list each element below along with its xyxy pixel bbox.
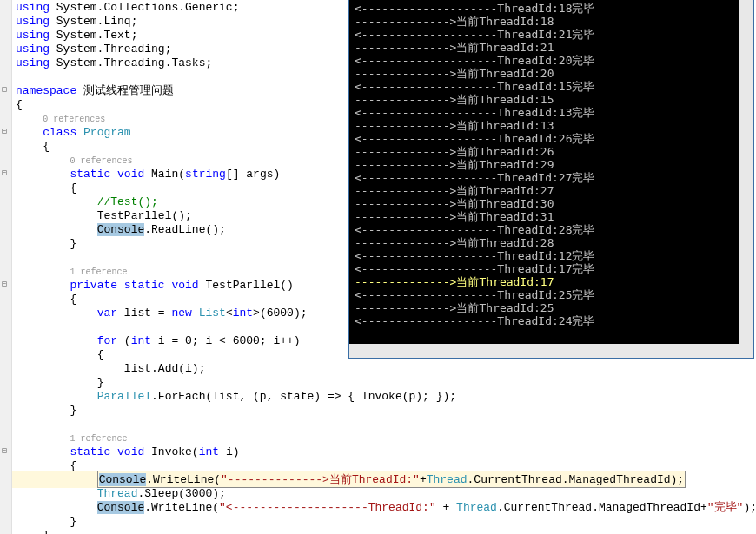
fold-gutter: [0, 181, 12, 194]
code-line[interactable]: 1 reference: [0, 431, 756, 445]
token-pln: i = 0; i < 6000; i++): [151, 334, 301, 347]
code-line[interactable]: }: [0, 375, 756, 389]
token-sel: Console: [97, 501, 145, 514]
token-pln: .Sleep(3000);: [137, 487, 225, 500]
token-kw: string: [185, 168, 226, 181]
code-line[interactable]: Console.WriteLine("<--------------------…: [0, 500, 756, 514]
console-line: -------------->当前ThreadId:31: [355, 210, 747, 223]
console-line: -------------->当前ThreadId:15: [355, 93, 747, 106]
code-text: using System.Threading;: [12, 43, 171, 56]
code-text: 0 references: [12, 154, 132, 167]
console-scrollbar-h[interactable]: [349, 344, 753, 358]
token-pln: Invoke(: [144, 445, 198, 458]
token-kw: using: [16, 15, 50, 28]
token-pln: 测试线程管理问题: [76, 84, 174, 97]
code-text: Thread.Sleep(3000);: [12, 487, 226, 500]
token-ref: 1 reference: [70, 267, 127, 277]
code-text: class Program: [12, 126, 131, 139]
token-pln: .WriteLine(: [144, 501, 219, 514]
token-pln: Main(: [144, 168, 185, 181]
token-kw: namespace: [16, 84, 76, 97]
token-pln: [117, 279, 124, 292]
token-pln: .ForEach(list, (p, state) => { Invoke(p)…: [151, 390, 456, 403]
token-pln: {: [43, 140, 50, 153]
code-text: {: [12, 293, 76, 306]
fold-gutter: [0, 139, 12, 153]
token-kw: using: [16, 56, 50, 69]
code-line[interactable]: Console.WriteLine("-------------->当前Thre…: [0, 472, 756, 486]
code-text: using System.Threading.Tasks;: [12, 56, 212, 69]
code-text: namespace 测试线程管理问题: [12, 82, 174, 98]
console-line: <--------------------ThreadId:27完毕: [355, 171, 747, 184]
code-text: 0 references: [12, 112, 105, 125]
token-kw: for: [97, 334, 117, 347]
code-text: 1 reference: [12, 432, 127, 445]
fold-gutter[interactable]: [0, 125, 12, 139]
token-pln: list =: [117, 307, 171, 320]
token-kw: void: [117, 445, 144, 458]
console-line: <--------------------ThreadId:18完毕: [355, 2, 747, 15]
fold-gutter: [0, 222, 12, 236]
token-kw: int: [199, 445, 219, 458]
fold-gutter: [0, 472, 12, 486]
code-line[interactable]: static void Invoke(int i): [0, 445, 756, 458]
token-pln: .WriteLine(: [146, 473, 221, 486]
fold-gutter: [0, 28, 12, 42]
code-line[interactable]: }: [0, 528, 756, 534]
code-text: }: [12, 237, 76, 250]
console-line: -------------->当前ThreadId:18: [355, 15, 747, 28]
token-pln: }: [97, 376, 104, 389]
code-text: {: [12, 181, 76, 194]
code-text: TestParllel();: [12, 209, 192, 222]
code-line[interactable]: }: [0, 403, 756, 417]
fold-gutter[interactable]: [0, 167, 12, 181]
console-line: <--------------------ThreadId:15完毕: [355, 80, 747, 93]
code-text: var list = new List<int>(6000);: [12, 307, 308, 320]
console-line: <--------------------ThreadId:24完毕: [355, 314, 747, 327]
token-kw: static: [70, 168, 110, 181]
code-line[interactable]: Thread.Sleep(3000);: [0, 486, 756, 500]
token-pln: .ReadLine();: [144, 223, 226, 236]
console-line: -------------->当前ThreadId:29: [355, 158, 747, 171]
token-cls: Parallel: [97, 390, 151, 403]
token-pln: .CurrentThread.ManagedThreadId);: [468, 473, 685, 486]
token-kw: void: [171, 279, 198, 292]
token-pln: [76, 126, 83, 139]
code-text: using System.Collections.Generic;: [12, 1, 239, 14]
fold-gutter: [0, 306, 12, 320]
fold-gutter: [0, 56, 12, 69]
token-cls: Thread: [427, 473, 468, 486]
fold-gutter: [0, 528, 12, 534]
code-line[interactable]: }: [0, 514, 756, 528]
token-pln: [110, 445, 117, 458]
code-line[interactable]: Parallel.ForEach(list, (p, state) => { I…: [0, 389, 756, 403]
code-text: static void Main(string[] args): [12, 168, 280, 181]
console-line: -------------->当前ThreadId:28: [355, 236, 747, 249]
token-pln: (: [117, 334, 131, 347]
console-scrollbar-v[interactable]: [739, 0, 753, 358]
token-pln: {: [97, 348, 104, 361]
token-pln: {: [70, 293, 76, 306]
code-text: }: [12, 529, 50, 535]
token-str: "-------------->当前ThreadId:": [221, 473, 420, 486]
token-pln: System.Collections.Generic;: [50, 1, 239, 14]
console-line: <--------------------ThreadId:25完毕: [355, 288, 747, 301]
code-text: private static void TestParllel(): [12, 279, 294, 292]
fold-gutter: [0, 292, 12, 306]
token-pln: {: [16, 98, 23, 111]
fold-gutter: [0, 403, 12, 417]
fold-gutter: [0, 361, 12, 375]
code-line[interactable]: [0, 417, 756, 431]
fold-gutter[interactable]: [0, 445, 12, 458]
fold-gutter: [0, 417, 12, 431]
token-sel: Console: [97, 223, 145, 236]
token-pln: .CurrentThread.ManagedThreadId+: [497, 501, 707, 514]
token-pln: [110, 168, 117, 181]
fold-gutter: [0, 42, 12, 56]
code-line[interactable]: list.Add(i);: [0, 361, 756, 375]
console-line: <--------------------ThreadId:26完毕: [355, 132, 747, 145]
token-pln: i): [219, 445, 239, 458]
token-ref: 0 references: [70, 156, 132, 166]
fold-gutter[interactable]: [0, 278, 12, 292]
fold-gutter[interactable]: [0, 83, 12, 97]
